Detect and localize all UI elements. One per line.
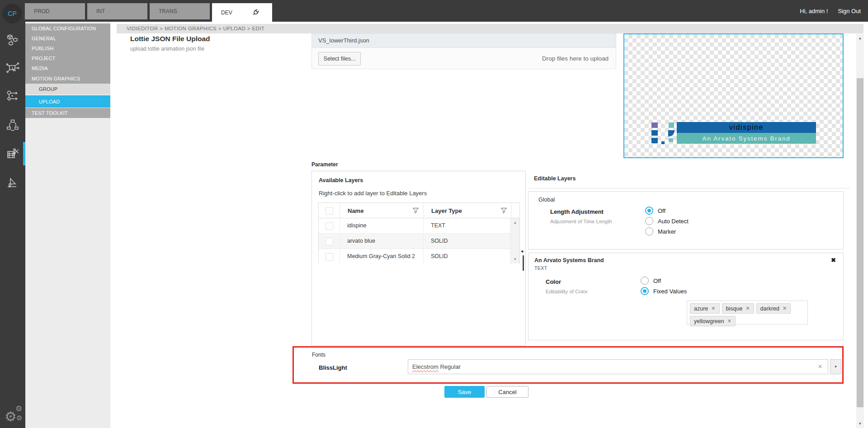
nav-item-project[interactable]: PROJECT <box>25 53 110 63</box>
drop-hint-text: Drop files here to upload <box>542 48 609 69</box>
remove-value-icon[interactable]: ✕ <box>745 306 750 311</box>
breadcrumb[interactable]: VIDIEDITOR > MOTION GRAPHICS > UPLOAD > … <box>117 24 863 33</box>
icon-sidebar: ⚙ ⚙ ⚙ <box>0 22 25 428</box>
layers-table: Name Layer Type idispine TEXT <box>318 202 520 264</box>
table-row[interactable]: Medium Gray-Cyan Solid 2 SOLID <box>319 249 519 264</box>
font-combobox[interactable]: Elecstrom Regular ✕ <box>408 359 828 374</box>
value-chip: bisque ✕ <box>722 303 754 314</box>
nav-item-publish[interactable]: PUBLISH <box>25 43 110 53</box>
remove-value-icon[interactable]: ✕ <box>711 306 715 311</box>
row-checkbox[interactable] <box>326 238 333 245</box>
scroll-up-icon[interactable]: ▲ <box>511 221 519 225</box>
avatar[interactable]: CP <box>2 4 22 24</box>
radio-option-auto-detect[interactable]: Auto Detect <box>645 217 689 225</box>
page-subtitle: upload lottie animation json file <box>130 46 204 52</box>
nav-item-global-configuration[interactable]: GLOBAL CONFIGURATION <box>25 24 110 33</box>
available-layers-hint: Right-click to add layer to Editable Lay… <box>319 190 427 197</box>
app-window: Hi, admin ! Sign Out CP PROD INT TRANS D… <box>0 0 868 428</box>
workflow-icon[interactable] <box>6 89 19 103</box>
radio-option-fixed-values[interactable]: Fixed Values <box>641 287 687 295</box>
logo-mark-square <box>651 122 658 128</box>
nav-item-test-toolkit[interactable]: TEST TOOLKIT <box>25 108 110 118</box>
sign-out-link[interactable]: Sign Out <box>838 8 861 14</box>
tab-prod[interactable]: PROD <box>25 3 85 19</box>
cancel-button[interactable]: Cancel <box>486 386 528 398</box>
nav-item-upload[interactable]: UPLOAD <box>25 95 110 108</box>
radio-option-off[interactable]: Off <box>645 207 665 215</box>
value-chip: azure ✕ <box>690 303 720 314</box>
font-value-word: Elecstrom <box>412 363 439 370</box>
editable-layer-box: An Arvato Systems Brand TEXT ✖ Color Edi… <box>528 253 844 340</box>
remove-value-icon[interactable]: ✕ <box>727 318 731 324</box>
table-scrollbar[interactable]: ▲ ▼ <box>510 218 519 263</box>
tab-trans[interactable]: TRANS <box>150 3 210 19</box>
vector-tool-icon[interactable] <box>6 175 19 189</box>
filter-icon[interactable] <box>413 208 419 213</box>
radio-unselected[interactable] <box>641 277 649 285</box>
nav-item-group[interactable]: GROUP <box>25 84 110 94</box>
video-editor-icon[interactable] <box>6 147 19 160</box>
global-box-title: Global <box>538 197 555 203</box>
modules-icon[interactable] <box>6 33 19 47</box>
uploaded-file-row: VS_lowerThird.json <box>311 33 616 48</box>
table-row[interactable]: arvato blue SOLID <box>319 234 519 249</box>
scroll-down-icon[interactable]: ▼ <box>856 422 864 426</box>
nav-item-general[interactable]: GENERAL <box>25 33 110 43</box>
remove-value-icon[interactable]: ✕ <box>783 306 787 311</box>
uploaded-file-name: VS_lowerThird.json <box>318 37 369 44</box>
layer-name: arvato blue <box>347 238 375 244</box>
length-adjustment-label: Length Adjustment <box>550 208 604 215</box>
global-settings-box: Global Length Adjustment Adjustment of T… <box>528 191 844 249</box>
row-checkbox[interactable] <box>326 253 333 261</box>
select-files-button[interactable]: Select files... <box>318 52 361 66</box>
radio-option-marker[interactable]: Marker <box>645 227 676 235</box>
nav-item-motion-graphics[interactable]: MOTION GRAPHICS <box>25 73 110 84</box>
row-checkbox[interactable] <box>326 222 333 230</box>
tab-int[interactable]: INT <box>87 3 147 19</box>
parameter-section-label: Parameter <box>311 161 338 168</box>
integration-icon[interactable] <box>6 61 19 75</box>
scroll-down-icon[interactable]: ▼ <box>511 257 519 261</box>
tab-dev[interactable]: DEV <box>212 3 272 22</box>
config-nav: GLOBAL CONFIGURATION GENERAL PUBLISH PRO… <box>25 22 110 428</box>
clear-icon[interactable]: ✕ <box>818 360 822 374</box>
collapse-panel-icon[interactable]: ◄ <box>520 249 524 254</box>
column-header-name[interactable]: Name <box>340 203 423 218</box>
editable-layers-title: Editable Layers <box>534 175 576 182</box>
table-header-row: Name Layer Type <box>319 203 519 218</box>
page-scrollbar[interactable]: ▲ ▼ <box>856 34 864 428</box>
color-label: Color <box>546 278 561 285</box>
logo-mark-square <box>668 130 675 136</box>
value-chip: yellowgreen ✕ <box>690 316 736 326</box>
nav-item-media[interactable]: MEDIA <box>25 63 110 73</box>
select-all-checkbox[interactable] <box>326 207 333 215</box>
panel-splitter-handle[interactable] <box>523 255 524 271</box>
close-icon[interactable]: ✖ <box>831 257 836 263</box>
layer-type: TEXT <box>431 222 445 229</box>
environment-tabs: PROD INT TRANS DEV <box>25 3 272 22</box>
radio-unselected[interactable] <box>645 227 653 235</box>
dropdown-button[interactable]: ▼ <box>830 359 841 374</box>
save-button[interactable]: Save <box>444 386 485 398</box>
filter-icon[interactable] <box>501 208 507 213</box>
column-header-layer-type[interactable]: Layer Type <box>423 203 511 218</box>
available-layers-panel: Available Layers Right-click to add laye… <box>311 171 526 346</box>
logo-mark-square <box>651 130 658 136</box>
user-greeting: Hi, admin ! <box>800 8 828 14</box>
radio-unselected[interactable] <box>645 217 653 225</box>
settings-icon[interactable]: ⚙ ⚙ ⚙ <box>5 406 23 424</box>
table-row[interactable]: idispine TEXT <box>319 218 519 234</box>
logo-tagline: An Arvato Systems Brand <box>677 133 816 144</box>
logo-mark-square <box>669 138 673 142</box>
lifecycle-icon[interactable] <box>6 118 19 132</box>
scroll-up-icon[interactable]: ▲ <box>856 36 864 40</box>
radio-selected[interactable] <box>641 287 649 295</box>
layer-name: idispine <box>347 222 366 229</box>
radio-option-off[interactable]: Off <box>641 277 661 285</box>
radio-selected[interactable] <box>645 207 653 215</box>
color-desc: Editability of Color <box>546 289 588 294</box>
file-drop-zone[interactable]: Select files... Drop files here to uploa… <box>311 48 616 69</box>
fixed-values-box: azure ✕ bisque ✕ darkred ✕ yellowgreen ✕ <box>687 301 808 325</box>
fonts-label: Fonts <box>312 352 326 358</box>
scrollbar-thumb[interactable] <box>857 78 863 407</box>
